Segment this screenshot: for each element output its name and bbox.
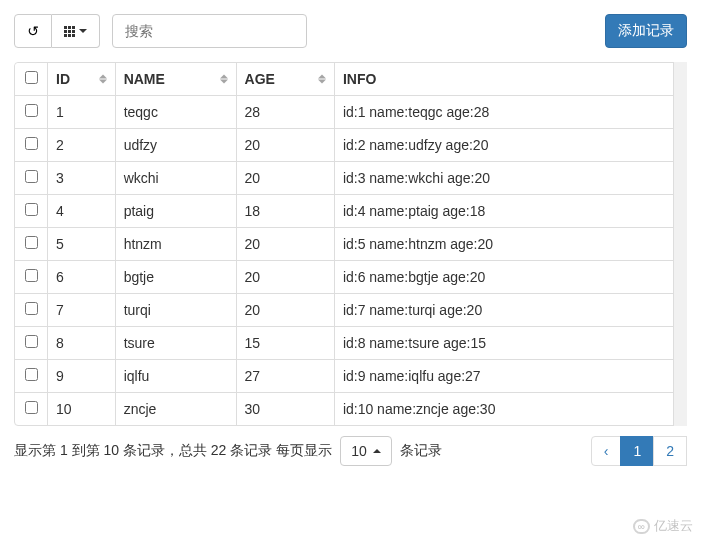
cell-info: id:7 name:turqi age:20 <box>334 293 686 326</box>
cell-id: 1 <box>47 95 115 128</box>
cell-name: htnzm <box>115 227 236 260</box>
cell-info: id:1 name:teqgc age:28 <box>334 95 686 128</box>
caret-down-icon <box>79 29 87 33</box>
pagination: ‹12 <box>592 436 687 466</box>
table-row: 2udfzy20id:2 name:udfzy age:20 <box>15 128 686 161</box>
cell-name: udfzy <box>115 128 236 161</box>
row-checkbox[interactable] <box>25 335 38 348</box>
cell-name: iqlfu <box>115 359 236 392</box>
scrollbar[interactable] <box>673 62 687 426</box>
sort-icon <box>220 75 228 84</box>
cell-age: 30 <box>236 392 334 425</box>
table-row: 7turqi20id:7 name:turqi age:20 <box>15 293 686 326</box>
select-all-header <box>15 63 47 95</box>
cell-age: 20 <box>236 260 334 293</box>
row-checkbox[interactable] <box>25 137 38 150</box>
page-size-select[interactable]: 10 <box>340 436 392 466</box>
page-2[interactable]: 2 <box>653 436 687 466</box>
refresh-button[interactable]: ↻ <box>14 14 52 48</box>
table-row: 1teqgc28id:1 name:teqgc age:28 <box>15 95 686 128</box>
row-checkbox[interactable] <box>25 368 38 381</box>
cell-age: 27 <box>236 359 334 392</box>
row-checkbox[interactable] <box>25 203 38 216</box>
cell-id: 2 <box>47 128 115 161</box>
cell-name: wkchi <box>115 161 236 194</box>
col-name-header[interactable]: NAME <box>115 63 236 95</box>
cell-id: 8 <box>47 326 115 359</box>
caret-up-icon <box>373 449 381 453</box>
select-all-checkbox[interactable] <box>25 71 38 84</box>
cell-name: teqgc <box>115 95 236 128</box>
table-row: 5htnzm20id:5 name:htnzm age:20 <box>15 227 686 260</box>
search-input[interactable] <box>112 14 307 48</box>
cell-info: id:2 name:udfzy age:20 <box>334 128 686 161</box>
row-checkbox[interactable] <box>25 170 38 183</box>
cell-info: id:6 name:bgtje age:20 <box>334 260 686 293</box>
cell-age: 18 <box>236 194 334 227</box>
table-row: 9iqlfu27id:9 name:iqlfu age:27 <box>15 359 686 392</box>
row-checkbox[interactable] <box>25 236 38 249</box>
cell-info: id:5 name:htnzm age:20 <box>334 227 686 260</box>
refresh-icon: ↻ <box>27 23 39 39</box>
table-row: 3wkchi20id:3 name:wkchi age:20 <box>15 161 686 194</box>
row-checkbox[interactable] <box>25 104 38 117</box>
cell-id: 10 <box>47 392 115 425</box>
cell-id: 3 <box>47 161 115 194</box>
cell-id: 6 <box>47 260 115 293</box>
pagination-info-suffix: 条记录 <box>400 442 442 460</box>
pagination-info: 显示第 1 到第 10 条记录，总共 22 条记录 每页显示 <box>14 442 332 460</box>
table-row: 6bgtje20id:6 name:bgtje age:20 <box>15 260 686 293</box>
cell-info: id:4 name:ptaig age:18 <box>334 194 686 227</box>
cell-name: zncje <box>115 392 236 425</box>
cell-id: 4 <box>47 194 115 227</box>
data-table: ID NAME AGE INFO 1teqgc28id:1 name:teqgc… <box>14 62 687 426</box>
row-checkbox[interactable] <box>25 401 38 414</box>
cell-info: id:10 name:zncje age:30 <box>334 392 686 425</box>
col-id-header[interactable]: ID <box>47 63 115 95</box>
table-row: 10zncje30id:10 name:zncje age:30 <box>15 392 686 425</box>
cell-age: 15 <box>236 326 334 359</box>
sort-icon <box>99 75 107 84</box>
cell-name: turqi <box>115 293 236 326</box>
cell-age: 20 <box>236 227 334 260</box>
cell-age: 20 <box>236 161 334 194</box>
cell-info: id:8 name:tsure age:15 <box>334 326 686 359</box>
cell-age: 28 <box>236 95 334 128</box>
row-checkbox[interactable] <box>25 269 38 282</box>
cell-id: 7 <box>47 293 115 326</box>
cell-name: ptaig <box>115 194 236 227</box>
row-checkbox[interactable] <box>25 302 38 315</box>
cell-age: 20 <box>236 128 334 161</box>
cell-info: id:9 name:iqlfu age:27 <box>334 359 686 392</box>
page-prev[interactable]: ‹ <box>591 436 622 466</box>
cell-id: 9 <box>47 359 115 392</box>
grid-icon <box>64 26 75 37</box>
columns-toggle-button[interactable] <box>52 14 100 48</box>
cell-age: 20 <box>236 293 334 326</box>
cell-id: 5 <box>47 227 115 260</box>
table-row: 4ptaig18id:4 name:ptaig age:18 <box>15 194 686 227</box>
page-1[interactable]: 1 <box>620 436 654 466</box>
col-age-header[interactable]: AGE <box>236 63 334 95</box>
col-info-header[interactable]: INFO <box>334 63 686 95</box>
cell-info: id:3 name:wkchi age:20 <box>334 161 686 194</box>
table-row: 8tsure15id:8 name:tsure age:15 <box>15 326 686 359</box>
cell-name: tsure <box>115 326 236 359</box>
cell-name: bgtje <box>115 260 236 293</box>
add-record-button[interactable]: 添加记录 <box>605 14 687 48</box>
sort-icon <box>318 75 326 84</box>
